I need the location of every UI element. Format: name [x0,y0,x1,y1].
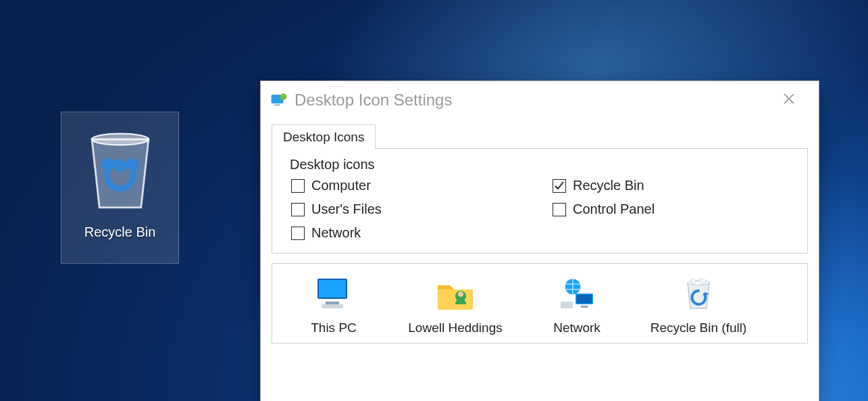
settings-app-icon [270,91,288,109]
svg-rect-16 [561,302,573,308]
svg-rect-7 [319,280,346,298]
checkbox-label: Recycle Bin [573,178,644,193]
groupbox-title: Desktop icons [290,157,794,172]
user-folder-icon [434,275,477,316]
checkbox-box [291,203,305,216]
desktop-background: Recycle Bin Desktop Icon Settings [0,0,868,401]
close-button[interactable] [769,87,809,114]
svg-rect-8 [326,302,339,304]
preview-item-label: This PC [311,320,357,336]
checkbox-box [291,227,305,240]
checkbox-label: Control Panel [573,202,655,217]
svg-point-1 [92,134,149,145]
icon-preview-list: This PC Lowell Heddings [272,263,808,344]
preview-item-network[interactable]: Network [519,275,634,336]
svg-point-5 [280,93,287,100]
tab-desktop-icons[interactable]: Desktop Icons [272,124,376,149]
preview-item-label: Network [553,320,601,336]
checkbox-label: User's Files [311,202,382,217]
preview-item-user-folder[interactable]: Lowell Heddings [398,275,513,336]
preview-item-recycle-bin-full[interactable]: Recycle Bin (full) [641,275,756,336]
recycle-bin-full-icon [677,275,720,316]
svg-rect-15 [581,306,588,308]
checkbox-users-files[interactable]: User's Files [291,202,532,217]
tab-label: Desktop Icons [283,130,364,144]
network-icon [555,275,598,316]
groupbox-desktop-icons: Desktop icons Computer Recycle Bin [272,148,808,254]
titlebar[interactable]: Desktop Icon Settings [261,81,819,118]
svg-rect-4 [275,104,280,105]
tabstrip: Desktop Icons [272,124,808,148]
checkbox-recycle-bin[interactable]: Recycle Bin [553,178,794,193]
desktop-icon-recycle-bin[interactable]: Recycle Bin [61,112,179,264]
svg-rect-9 [322,304,343,308]
dialog-title: Desktop Icon Settings [295,91,452,110]
checkbox-label: Network [311,225,361,241]
checkbox-box [553,203,566,216]
checkbox-label: Computer [311,178,371,193]
preview-item-label: Recycle Bin (full) [650,320,747,336]
checkbox-control-panel[interactable]: Control Panel [553,202,794,217]
recycle-bin-icon [73,112,168,218]
checkbox-box [291,179,305,193]
checkbox-network[interactable]: Network [291,225,532,241]
dialog-client-area: Desktop Icons Desktop icons Computer [261,118,819,401]
desktop-icon-label: Recycle Bin [84,225,156,240]
dialog-desktop-icon-settings: Desktop Icon Settings Desktop Icons Desk… [260,80,819,401]
checkbox-box [553,179,566,193]
preview-item-this-pc[interactable]: This PC [276,275,391,336]
close-icon [783,91,795,109]
svg-rect-14 [577,295,592,304]
this-pc-icon [312,275,355,316]
checkbox-computer[interactable]: Computer [291,178,532,193]
svg-point-11 [458,291,463,297]
preview-item-label: Lowell Heddings [408,320,502,336]
